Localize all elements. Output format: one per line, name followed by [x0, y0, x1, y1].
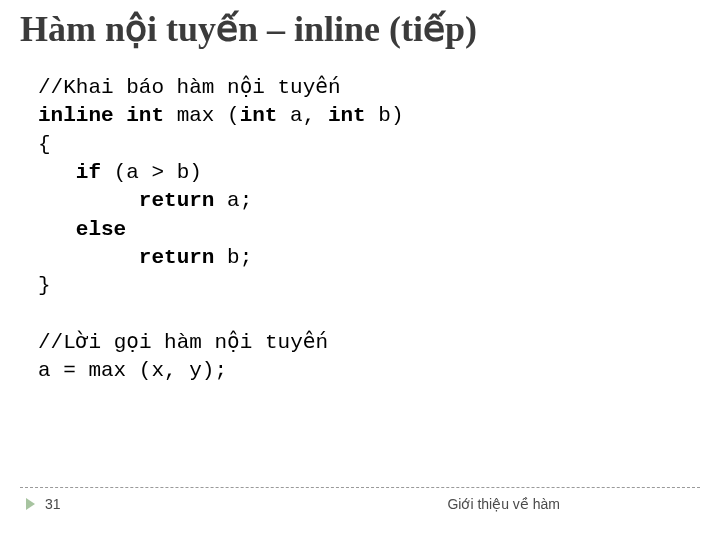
code-text: b;: [214, 246, 252, 269]
code-line: //Khai báo hàm nội tuyến: [38, 76, 341, 99]
slide-title: Hàm nội tuyến – inline (tiếp): [20, 8, 700, 50]
code-indent: [38, 218, 76, 241]
code-keyword: return: [139, 189, 215, 212]
code-keyword: int: [240, 104, 278, 127]
code-line: //Lời gọi hàm nội tuyến: [38, 331, 328, 354]
bullet-icon: [26, 498, 35, 510]
code-text: a;: [214, 189, 252, 212]
footer-row: 31 Giới thiệu về hàm: [20, 496, 700, 512]
footer-divider: [20, 487, 700, 488]
code-indent: [38, 246, 139, 269]
code-keyword: return: [139, 246, 215, 269]
footer: 31 Giới thiệu về hàm: [20, 487, 700, 512]
code-text: max (: [164, 104, 240, 127]
code-keyword: int: [328, 104, 366, 127]
code-block-call: //Lời gọi hàm nội tuyến a = max (x, y);: [38, 329, 700, 386]
code-line: }: [38, 274, 51, 297]
code-keyword: if: [76, 161, 101, 184]
code-keyword: else: [76, 218, 126, 241]
code-text: (a > b): [101, 161, 202, 184]
code-text: a,: [277, 104, 327, 127]
code-block-declaration: //Khai báo hàm nội tuyến inline int max …: [38, 74, 700, 301]
code-text: b): [366, 104, 404, 127]
slide: Hàm nội tuyến – inline (tiếp) //Khai báo…: [0, 0, 720, 540]
code-indent: [38, 161, 76, 184]
footer-text: Giới thiệu về hàm: [447, 496, 560, 512]
code-line: a = max (x, y);: [38, 359, 227, 382]
code-indent: [38, 189, 139, 212]
page-number: 31: [45, 496, 61, 512]
code-keyword: inline int: [38, 104, 164, 127]
code-line: {: [38, 133, 51, 156]
